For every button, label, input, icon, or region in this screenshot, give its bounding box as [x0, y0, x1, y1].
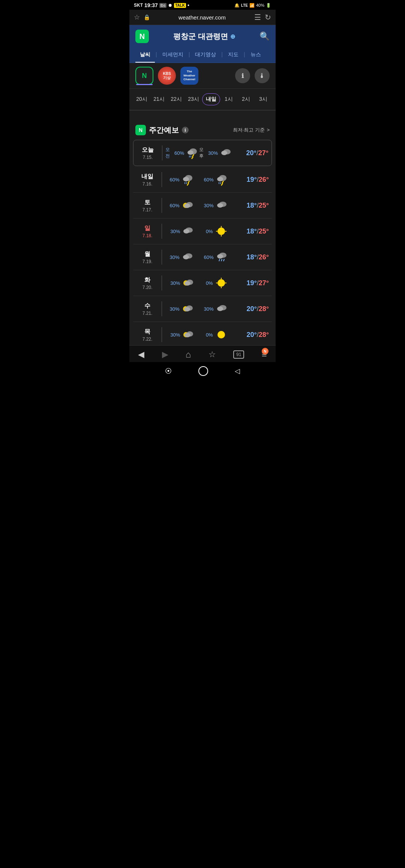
nav-back-btn[interactable]: ◀	[138, 350, 144, 359]
svg-point-57	[184, 333, 190, 337]
forecast-day-sat: 토 7.17.	[136, 199, 159, 213]
header-search-icon[interactable]: 🔍	[260, 31, 270, 41]
date-label-sunday: 7.18.	[136, 233, 159, 238]
temp-range-thu: 20°/28°	[233, 331, 269, 339]
afternoon-precip: 30%	[204, 203, 213, 208]
forecast-day-today: 오늘 7.15.	[136, 146, 159, 160]
svg-point-25	[184, 204, 190, 208]
forecast-row-tue: 화 7.20. 30% 0%	[133, 270, 272, 296]
afternoon-precip: 60%	[204, 177, 213, 183]
afternoon-precip: 0%	[206, 280, 213, 286]
svg-line-41	[224, 259, 224, 261]
divider	[162, 145, 162, 160]
svg-line-40	[221, 259, 222, 261]
divider	[162, 224, 162, 239]
tab-weather[interactable]: 날씨	[135, 48, 155, 63]
temp-range-sat: 18°/25°	[233, 202, 269, 210]
browser-url[interactable]: weather.naver.com	[154, 14, 250, 21]
temp-range-today: 20°/27°	[233, 149, 268, 157]
afternoon-icon	[215, 173, 229, 186]
morning-precip: 30%	[170, 280, 180, 286]
tab-dust[interactable]: 미세먼지	[158, 48, 188, 63]
temp-range-tue: 19°/27°	[233, 279, 269, 287]
time-slot-20[interactable]: 20시	[133, 94, 150, 105]
browser-favorite-icon[interactable]: ☆	[134, 13, 140, 21]
date-label: 7.16.	[136, 181, 159, 187]
day-label-sunday: 일	[136, 224, 159, 232]
time-slot-2[interactable]: 2시	[237, 94, 255, 105]
day-label: 토	[136, 199, 159, 207]
android-home-btn[interactable]	[198, 366, 208, 376]
temp-range-tomorrow: 19°/26°	[233, 176, 269, 184]
tab-map[interactable]: 지도	[224, 48, 243, 63]
tab-atmosphere[interactable]: 대기영상	[190, 48, 220, 63]
nav-menu-btn[interactable]: ≡	[262, 349, 267, 360]
forecast-row-thu: 목 7.22. 30% 0%	[133, 322, 272, 345]
nav-bookmark-btn[interactable]: ☆	[208, 350, 216, 359]
weekly-title: 주간예보	[149, 125, 179, 135]
nav-tabs: 날씨 | 미세먼지 | 대기영상 | 지도 | 뉴스	[129, 48, 276, 63]
afternoon-precip: 30%	[204, 306, 213, 312]
afternoon-icon-cloudy	[219, 146, 233, 160]
svg-point-52	[184, 307, 190, 311]
weekly-section: N 주간예보 ℹ 최저·최고 기준 > 오늘 7.15. 오전 60%	[129, 118, 276, 345]
afternoon-weather: 60%	[204, 173, 228, 186]
browser-refresh-icon[interactable]: ↻	[265, 13, 271, 22]
nav-forward-btn[interactable]: ▶	[162, 350, 168, 359]
time-slot-3[interactable]: 3시	[255, 94, 272, 105]
nav-tabs-btn[interactable]: 91	[233, 350, 244, 359]
source-info-btn[interactable]: ℹ	[235, 68, 250, 83]
dot-indicator: •	[188, 2, 189, 8]
location-text: 평창군 대관령면	[173, 31, 228, 42]
carrier-text: SKT	[134, 3, 143, 8]
signal-icon: 📶	[249, 3, 255, 8]
battery-icon: 🔋	[266, 3, 271, 8]
naver-logo[interactable]: N	[135, 30, 149, 43]
afternoon-icon-partly-cloudy	[215, 199, 229, 212]
afternoon-icon-sunny	[214, 224, 228, 238]
android-recent-btn[interactable]: ⦿	[165, 367, 172, 375]
day-label: 월	[136, 250, 159, 258]
forecast-weather: 30% 0%	[165, 224, 233, 238]
source-icons-row: N KBS기상 TheWeatherChannel ℹ 🌡	[129, 63, 276, 89]
time-slot-23[interactable]: 23시	[185, 94, 202, 105]
browser-lock-icon: 🔒	[144, 14, 150, 20]
tab-news[interactable]: 뉴스	[246, 48, 266, 63]
divider	[162, 301, 162, 316]
source-kbs-btn[interactable]: KBS기상	[158, 67, 176, 85]
section-spacer	[129, 111, 276, 118]
forecast-weather: 오전 60% 오후	[165, 146, 233, 160]
android-back-btn[interactable]: ◁	[235, 367, 240, 375]
weekly-title-group: N 주간예보 ℹ	[135, 125, 189, 135]
afternoon-weather: 오후 30%	[199, 146, 233, 160]
morning-weather: 30%	[170, 224, 195, 238]
weekly-info-icon[interactable]: ℹ	[182, 127, 189, 133]
divider	[162, 275, 162, 290]
time-slot-1[interactable]: 1시	[220, 94, 237, 105]
svg-point-58	[218, 331, 225, 338]
morning-icon-thunder-rain	[186, 146, 199, 160]
forecast-day-tue: 화 7.20.	[136, 276, 159, 290]
browser-menu-icon[interactable]: ☰	[254, 13, 261, 22]
morning-weather: 60%	[170, 173, 194, 186]
time-slot-tomorrow[interactable]: 내일	[202, 93, 220, 105]
svg-point-36	[183, 255, 189, 259]
afternoon-weather: 30%	[204, 302, 228, 316]
forecast-row-tomorrow: 내일 7.16. 60%	[133, 167, 272, 193]
forecast-day-sun: 일 7.18.	[136, 224, 159, 238]
time-slot-22[interactable]: 22시	[168, 94, 185, 105]
morning-icon-partly-cloudy	[182, 328, 195, 341]
nav-home-btn[interactable]: ⌂	[186, 349, 191, 360]
time-slot-21[interactable]: 21시	[150, 94, 168, 105]
svg-point-10	[183, 177, 189, 181]
divider	[162, 250, 162, 265]
morning-weather: 30%	[170, 250, 194, 264]
location-title[interactable]: 평창군 대관령면 ⊕	[173, 31, 235, 42]
min-max-link[interactable]: 최저·최고 기준 >	[232, 127, 270, 133]
source-naver-btn[interactable]: N	[135, 67, 153, 85]
forecast-weather: 30% 30%	[165, 302, 233, 316]
source-temp-btn[interactable]: 🌡	[255, 68, 270, 83]
forecast-row-sun: 일 7.18. 30% 0%	[133, 218, 272, 244]
svg-line-20	[221, 183, 223, 186]
source-weather-channel-btn[interactable]: TheWeatherChannel	[180, 67, 198, 85]
